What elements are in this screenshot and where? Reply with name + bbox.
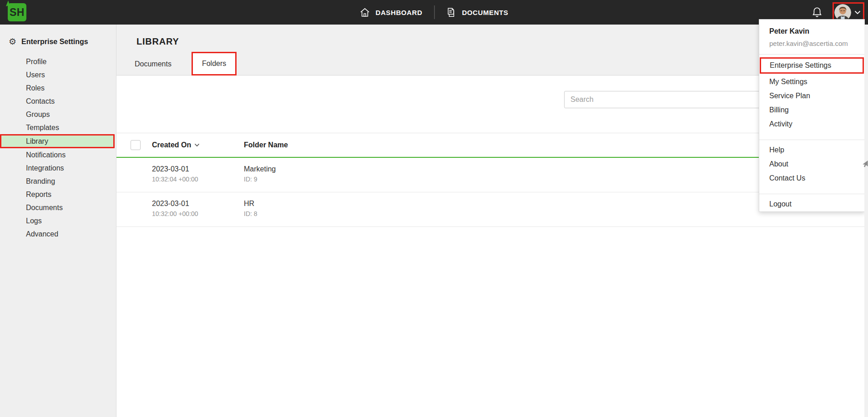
page-header: LIBRARY Documents Folders [116,25,868,75]
user-menu-item[interactable]: My Settings [759,75,864,89]
top-navbar: SH DASHBOARD DOCUMENTS [0,0,868,25]
user-menu-name: Peter Kavin [769,26,864,36]
sidebar-item[interactable]: Integrations [0,161,116,175]
page-title: LIBRARY [136,36,179,47]
documents-icon [446,7,456,18]
user-menu-item[interactable]: Logout [759,197,864,211]
row-created-time: 10:32:04 +00:00 [152,174,198,184]
sidebar-item[interactable]: Templates [0,121,116,134]
user-menu-item[interactable]: Service Plan [759,89,864,103]
sidebar-item[interactable]: Contacts [0,95,116,108]
sidebar-item[interactable]: Library [0,134,115,148]
vertical-scrollbar[interactable] [864,25,868,417]
row-created-date: 2023-03-01 [152,199,198,209]
nav-dashboard-label: DASHBOARD [376,9,423,16]
main-content: Created On Folder Name 2023-03-01 10:32:… [116,75,868,417]
user-menu-group-logout: Logout [759,194,864,214]
sidebar-item[interactable]: Reports [0,188,116,201]
user-avatar[interactable] [834,4,851,21]
sidebar-item[interactable]: Users [0,68,116,81]
row-folder-id: ID: 9 [244,174,276,184]
tab-bar: Documents Folders [124,52,237,75]
sidebar-title: Enterprise Settings [21,38,88,46]
user-menu-item[interactable]: Billing [759,103,864,117]
gear-icon: ⚙ [9,37,16,46]
user-menu-item[interactable]: Contact Us [759,171,864,185]
menu-divider [759,54,864,55]
sidebar-item[interactable]: Profile [0,55,116,68]
column-header-created-on[interactable]: Created On [152,141,200,149]
tab-documents[interactable]: Documents [124,53,182,75]
table-row[interactable]: 2023-03-01 10:32:04 +00:00 Marketing ID:… [116,158,868,192]
main-navigation: DASHBOARD DOCUMENTS [360,0,509,25]
sidebar-item[interactable]: Notifications [0,148,116,161]
user-menu-item[interactable]: Activity [759,117,864,131]
row-folder-name: HR [244,199,257,209]
nav-dashboard[interactable]: DASHBOARD [360,8,423,17]
column-header-folder-name: Folder Name [244,141,288,149]
sidebar-item[interactable]: Logs [0,214,116,227]
sidebar-item[interactable]: Branding [0,175,116,188]
nav-documents[interactable]: DOCUMENTS [446,7,508,18]
app-logo[interactable]: SH [8,3,26,21]
user-menu-item[interactable]: Enterprise Settings [760,57,864,74]
user-menu-group-settings: Enterprise Settings My Settings Service … [759,57,864,134]
user-menu-item[interactable]: Help [759,143,864,157]
sort-chevron-icon[interactable] [194,143,200,147]
folders-table-body: 2023-03-01 10:32:04 +00:00 Marketing ID:… [116,158,868,227]
sidebar-item[interactable]: Roles [0,81,116,95]
app-logo-text: SH [10,6,25,19]
home-icon [360,8,370,17]
sidebar-header: ⚙ Enterprise Settings [9,37,116,46]
row-created-time: 10:32:00 +00:00 [152,209,198,219]
sidebar-menu: Profile Users Roles Contacts Groups Temp… [0,55,116,241]
mouse-cursor-icon [861,160,868,170]
nav-documents-label: DOCUMENTS [462,9,508,16]
user-dropdown-menu: Peter Kavin peter.kavin@ascertia.com Ent… [759,19,865,212]
row-created-date: 2023-03-01 [152,164,198,174]
chevron-down-icon[interactable] [854,10,861,15]
sidebar-item[interactable]: Advanced [0,227,116,241]
settings-sidebar: ⚙ Enterprise Settings Profile Users Role… [0,25,116,417]
select-all-checkbox[interactable] [131,140,141,150]
sidebar-item[interactable]: Groups [0,108,116,121]
tab-folders[interactable]: Folders [192,52,237,75]
table-header-row: Created On Folder Name [116,133,868,157]
sidebar-item[interactable]: Documents [0,201,116,214]
notifications-bell-icon[interactable] [812,6,823,18]
row-folder-id: ID: 8 [244,209,257,219]
user-menu-item[interactable]: About [759,157,864,171]
user-menu-group-help: Help About Contact Us [759,140,864,188]
user-menu-email: peter.kavin@ascertia.com [769,39,864,48]
row-folder-name: Marketing [244,164,276,174]
nav-divider [434,5,434,19]
table-row[interactable]: 2023-03-01 10:32:00 +00:00 HR ID: 8 [116,192,868,227]
